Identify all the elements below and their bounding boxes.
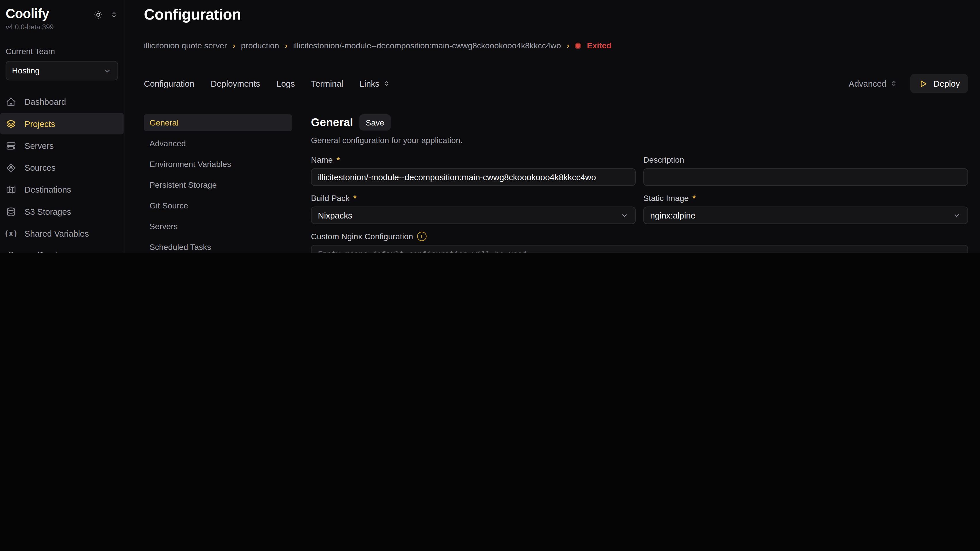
tab-deployments[interactable]: Deployments: [211, 79, 260, 88]
section-title-general: General: [311, 116, 353, 129]
sidebar-item-label: Servers: [24, 141, 54, 151]
required-asterisk: *: [336, 155, 340, 165]
subnav-item-general[interactable]: General: [144, 114, 292, 131]
chevron-down-icon: [103, 66, 112, 75]
play-icon: [918, 79, 928, 88]
git-icon: [6, 162, 16, 173]
sidebar-item-servers[interactable]: Servers: [0, 135, 124, 156]
subnav-item-scheduled-tasks[interactable]: Scheduled Tasks: [144, 239, 292, 253]
subnav-item-servers[interactable]: Servers: [144, 218, 292, 235]
advanced-select-label: Advanced: [849, 79, 886, 88]
team-select-value: Hosting: [12, 66, 40, 75]
chevrons-up-down-icon: [383, 80, 390, 87]
tab-terminal[interactable]: Terminal: [311, 79, 343, 88]
sidebar-item-label: Sources: [24, 163, 56, 172]
breadcrumb: illicitonion quote server › production ›…: [144, 41, 968, 50]
subnav-item-git-source[interactable]: Git Source: [144, 197, 292, 214]
chevron-right-icon: ›: [285, 41, 288, 50]
app-version: v4.0.0-beta.399: [6, 23, 118, 31]
variables-icon: (x): [6, 229, 16, 238]
chevron-down-icon: [620, 211, 629, 220]
tab-bar: Configuration Deployments Logs Terminal …: [144, 74, 968, 93]
sidebar-item-label: Projects: [24, 119, 55, 129]
sidebar-item-label: Dashboard: [24, 97, 66, 106]
build-pack-select[interactable]: Nixpacks: [311, 207, 635, 224]
layers-icon: [6, 118, 16, 129]
tab-links[interactable]: Links: [360, 79, 390, 88]
status-badge: Exited: [587, 41, 611, 50]
main-area: Configuration illicitonion quote server …: [124, 0, 980, 253]
sidebar: Coolify v4.0.0-beta.399 Current Team Hos…: [0, 0, 124, 253]
breadcrumb-application[interactable]: illicitestonion/-module--decomposition:m…: [293, 41, 561, 50]
sidebar-item-label: S3 Storages: [24, 207, 71, 216]
map-icon: [6, 184, 16, 195]
deploy-button[interactable]: Deploy: [910, 74, 968, 93]
general-form: General Save General configuration for y…: [311, 114, 968, 253]
chevron-down-icon: [952, 211, 961, 220]
advanced-select[interactable]: Advanced: [849, 79, 897, 88]
coolify-app: Coolify v4.0.0-beta.399 Current Team Hos…: [0, 0, 980, 253]
sidebar-item-sources[interactable]: Sources: [0, 157, 124, 178]
static-image-select[interactable]: nginx:alpine: [643, 207, 968, 224]
chevrons-up-down-icon: [890, 80, 897, 87]
database-icon: [6, 206, 16, 217]
required-asterisk: *: [692, 194, 696, 203]
tab-links-label: Links: [360, 79, 379, 88]
sidebar-item-projects[interactable]: Projects: [0, 113, 124, 135]
description-input[interactable]: [643, 168, 968, 186]
deploy-button-label: Deploy: [934, 79, 960, 88]
tab-logs[interactable]: Logs: [277, 79, 295, 88]
build-pack-value: Nixpacks: [318, 211, 352, 220]
sidebar-item-notifications[interactable]: Notifications: [0, 245, 124, 253]
breadcrumb-project[interactable]: illicitonion quote server: [144, 41, 227, 50]
static-image-label: Static Image*: [643, 194, 968, 203]
required-asterisk: *: [353, 194, 356, 203]
chevron-right-icon: ›: [566, 41, 569, 50]
sidebar-item-label: Shared Variables: [24, 229, 89, 238]
app-logo[interactable]: Coolify: [6, 6, 49, 21]
build-pack-label: Build Pack*: [311, 194, 635, 203]
bell-icon: [6, 250, 16, 253]
custom-nginx-textarea[interactable]: [311, 245, 968, 253]
home-icon: [6, 97, 16, 107]
sidebar-collapse-chevrons-icon[interactable]: [110, 11, 118, 19]
sidebar-item-label: Notifications: [24, 251, 71, 252]
sidebar-item-s3-storages[interactable]: S3 Storages: [0, 201, 124, 222]
name-input[interactable]: [311, 168, 635, 186]
subnav-item-persistent-storage[interactable]: Persistent Storage: [144, 176, 292, 194]
servers-icon: [6, 140, 16, 151]
custom-nginx-label: Custom Nginx Configurationi: [311, 232, 968, 241]
sidebar-item-shared-variables[interactable]: (x) Shared Variables: [0, 223, 124, 244]
save-button[interactable]: Save: [360, 114, 391, 131]
sidebar-nav: Dashboard Projects Servers Sources Desti…: [6, 91, 118, 252]
info-icon[interactable]: i: [417, 232, 426, 241]
chevron-right-icon: ›: [232, 41, 235, 50]
sidebar-item-label: Destinations: [24, 185, 71, 194]
description-label: Description: [643, 155, 968, 165]
subnav-item-environment-variables[interactable]: Environment Variables: [144, 156, 292, 173]
static-image-value: nginx:alpine: [650, 211, 695, 220]
breadcrumb-environment[interactable]: production: [241, 41, 279, 50]
tab-configuration[interactable]: Configuration: [144, 79, 194, 88]
current-team-label: Current Team: [6, 46, 118, 56]
name-label: Name*: [311, 155, 635, 165]
subnav-item-advanced[interactable]: Advanced: [144, 135, 292, 152]
sidebar-item-dashboard[interactable]: Dashboard: [0, 91, 124, 112]
status-dot-icon: [575, 42, 581, 49]
config-subnav: General Advanced Environment Variables P…: [144, 114, 292, 253]
sidebar-item-destinations[interactable]: Destinations: [0, 179, 124, 200]
theme-sun-icon[interactable]: [93, 10, 104, 20]
team-select[interactable]: Hosting: [6, 61, 118, 81]
page-title: Configuration: [144, 6, 968, 23]
section-description: General configuration for your applicati…: [311, 136, 968, 145]
